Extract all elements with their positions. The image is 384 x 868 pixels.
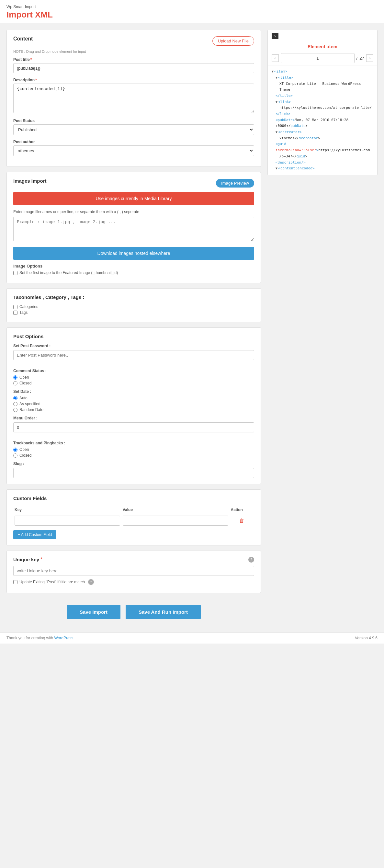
- tags-row: Tags: [13, 310, 254, 315]
- password-label: Set Post Password :: [13, 344, 254, 348]
- col-key: Key: [13, 505, 121, 514]
- custom-fields-table: Key Value Action 🗑: [13, 505, 254, 527]
- featured-image-checkbox[interactable]: [13, 271, 18, 275]
- comment-closed-radio[interactable]: [13, 381, 18, 385]
- image-separator-text: Enter image filenames one per line, or s…: [13, 210, 254, 214]
- categories-label: Categories: [20, 305, 38, 309]
- date-auto-radio[interactable]: [13, 396, 18, 400]
- images-section: Images Import Image Preview Use images c…: [6, 172, 261, 283]
- trackback-closed-row: Closed: [13, 453, 254, 458]
- content-card-header: Content Upload New File: [13, 36, 254, 46]
- comment-closed-label: Closed: [20, 381, 31, 385]
- footer-thank-you: Thank you for creating with: [6, 636, 53, 640]
- expand-button[interactable]: ›: [271, 33, 279, 39]
- page-number-input[interactable]: 1: [281, 53, 354, 63]
- trackback-open-radio[interactable]: [13, 447, 18, 452]
- post-options-title: Post Options: [13, 334, 254, 339]
- update-existing-help-icon[interactable]: ?: [88, 579, 94, 585]
- date-specified-label: As specified: [20, 402, 40, 406]
- post-status-label: Post Status: [13, 119, 254, 123]
- prev-page-button[interactable]: ‹: [271, 54, 279, 62]
- xml-line-link-open: ▼<link>: [271, 99, 373, 105]
- xml-line-description: <description/>: [271, 160, 373, 166]
- main-container: Content Upload New File NOTE : Drag and …: [0, 23, 384, 632]
- post-title-group: Post title*: [13, 57, 254, 73]
- unique-key-title: Unique key *: [13, 557, 42, 563]
- categories-checkbox[interactable]: [13, 305, 18, 309]
- media-library-button[interactable]: Use images currently in Media Library: [13, 192, 254, 205]
- tags-checkbox[interactable]: [13, 311, 18, 315]
- next-page-button[interactable]: ›: [366, 54, 373, 62]
- image-preview-button[interactable]: Image Preview: [216, 179, 254, 188]
- unique-key-help-icon[interactable]: ?: [248, 557, 254, 563]
- download-images-button[interactable]: Download images hosted elsewhere: [13, 247, 254, 260]
- delete-field-icon[interactable]: 🗑: [239, 518, 245, 523]
- update-existing-checkbox[interactable]: [13, 580, 18, 584]
- post-author-group: Post author xthemes: [13, 140, 254, 156]
- unique-key-input[interactable]: [13, 566, 254, 576]
- taxonomies-section: Taxonomies , Category , Tags : Categorie…: [6, 288, 261, 322]
- description-textarea[interactable]: {contentencoded[1]}: [13, 84, 254, 113]
- date-specified-radio[interactable]: [13, 402, 18, 406]
- xml-line-link-close: </link>: [271, 111, 373, 117]
- page-footer: Thank you for creating with WordPress. V…: [0, 632, 384, 644]
- comment-closed-row: Closed: [13, 381, 254, 385]
- custom-field-row: 🗑: [13, 514, 254, 527]
- add-custom-field-button[interactable]: + Add Custom Field: [13, 530, 56, 539]
- menu-order-input[interactable]: [13, 422, 254, 432]
- save-import-button[interactable]: Save Import: [67, 605, 121, 619]
- categories-row: Categories: [13, 305, 254, 309]
- unique-key-label: Unique key: [13, 557, 39, 562]
- col-value: Value: [121, 505, 230, 514]
- xml-content: ▼<item> ▼<title> XT Corporate Lite – Bus…: [268, 65, 377, 175]
- trackback-open-label: Open: [20, 447, 29, 452]
- post-password-input[interactable]: [13, 350, 254, 360]
- page-title: Import XML: [6, 10, 378, 20]
- footer-buttons: Save Import Save And Run Import: [6, 598, 261, 626]
- trackback-closed-radio[interactable]: [13, 454, 18, 458]
- right-panel: › Element :item ‹ 1 / 27 › ▼<item> ▼<tit…: [267, 30, 378, 175]
- slug-input[interactable]: [13, 468, 254, 478]
- pagination-row: ‹ 1 / 27 ›: [268, 51, 377, 65]
- date-auto-row: Auto: [13, 396, 254, 400]
- date-random-radio[interactable]: [13, 408, 18, 412]
- unique-key-section: Unique key * ? Update Exiting "Post" if …: [6, 551, 261, 593]
- left-panel: Content Upload New File NOTE : Drag and …: [6, 30, 261, 626]
- footer-credit: Thank you for creating with WordPress.: [6, 636, 74, 640]
- post-author-label: Post author: [13, 140, 254, 144]
- post-title-label: Post title*: [13, 57, 254, 62]
- xml-line-pubdate: <pubDate>Mon, 07 Mar 2016 07:18:28: [271, 117, 373, 123]
- custom-field-key-input[interactable]: [14, 516, 120, 526]
- xml-line-contentencoded: ▼<content:encoded>: [271, 165, 373, 172]
- upload-new-file-button[interactable]: Upload New File: [213, 36, 254, 46]
- featured-image-row: Set the first image to the Featured Imag…: [13, 271, 254, 275]
- page-header: Wp Smart Import Import XML: [0, 0, 384, 23]
- set-date-label: Set Date :: [13, 389, 254, 394]
- col-action: Action: [230, 505, 254, 514]
- post-title-input[interactable]: [13, 63, 254, 73]
- xml-line-dccreator-text: xthemes</dccreator>: [271, 135, 373, 142]
- image-filenames-textarea[interactable]: [13, 217, 254, 241]
- update-existing-row: Update Exiting "Post" if title are match…: [13, 579, 254, 585]
- description-group: Description* {contentencoded[1]}: [13, 78, 254, 114]
- page-separator: /: [356, 56, 358, 61]
- date-random-label: Random Date: [20, 407, 43, 412]
- comment-status-label: Comment Status :: [13, 369, 254, 373]
- content-note: NOTE : Drag and Drop node element for in…: [13, 50, 254, 54]
- post-status-group: Post Status Published Draft Private: [13, 119, 254, 135]
- images-title: Images Import: [13, 178, 46, 184]
- comment-open-label: Open: [20, 375, 29, 380]
- post-status-select[interactable]: Published Draft Private: [13, 124, 254, 135]
- element-title: Element :item: [268, 42, 377, 51]
- taxonomies-title: Taxonomies , Category , Tags :: [13, 294, 254, 300]
- post-author-select[interactable]: xthemes: [13, 146, 254, 156]
- footer-version: Version 4.9.6: [355, 636, 378, 640]
- images-card-header: Images Import Image Preview: [13, 178, 254, 188]
- wordpress-link[interactable]: WordPress.: [54, 636, 74, 640]
- slug-label: Slug :: [13, 462, 254, 466]
- save-and-run-import-button[interactable]: Save And Run Import: [126, 605, 201, 619]
- xml-line-guid: <guid isPermaLink="False">https://xylust…: [271, 141, 373, 153]
- custom-field-value-input[interactable]: [123, 516, 228, 526]
- date-specified-row: As specified: [13, 402, 254, 406]
- comment-open-radio[interactable]: [13, 375, 18, 380]
